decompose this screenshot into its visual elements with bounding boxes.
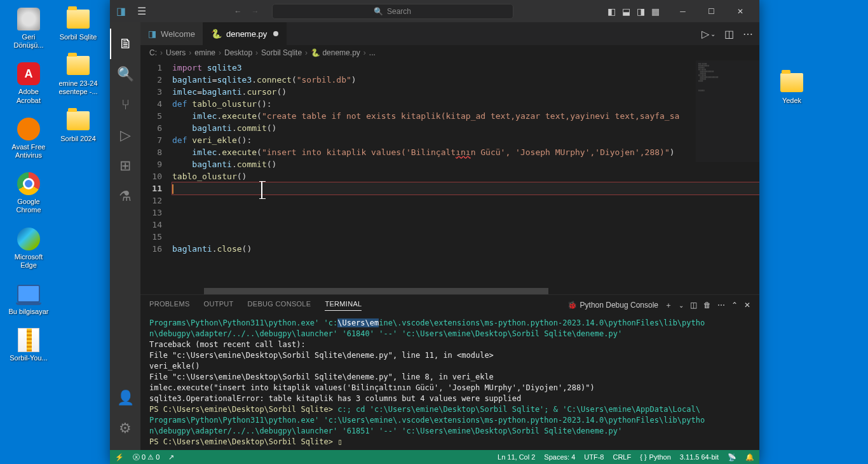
eol[interactable]: CRLF — [613, 453, 631, 461]
split-editor-icon[interactable]: ◫ — [724, 28, 734, 40]
breadcrumb-segment[interactable]: Desktop — [224, 48, 252, 57]
code-line-12[interactable] — [172, 194, 759, 207]
panel-tab-output[interactable]: OUTPUT — [204, 300, 234, 310]
nav-forward-icon[interactable]: → — [252, 7, 259, 16]
activity-scm-icon[interactable]: ⑂ — [110, 90, 140, 120]
minimap[interactable]: ████ ███████████████████████████████ ███… — [696, 60, 759, 162]
nav-back-icon[interactable]: ← — [234, 7, 242, 16]
layout-sidebar-right-icon[interactable]: ◨ — [637, 6, 645, 17]
feedback-icon[interactable]: 📡 — [728, 453, 736, 461]
panel-tab-problems[interactable]: PROBLEMS — [149, 300, 190, 310]
desktop-icon-bu-bilgisayar[interactable]: Bu bilgisayar — [6, 281, 51, 316]
new-terminal-icon[interactable]: ＋ — [665, 300, 672, 311]
code-line-11[interactable] — [172, 182, 759, 194]
chevron-right-icon: › — [219, 48, 221, 57]
code-line-16[interactable]: baglanti.close() — [172, 243, 759, 255]
desktop-icon-label: Microsoft Edge — [6, 253, 51, 270]
breadcrumb-segment[interactable]: ... — [369, 48, 376, 57]
desktop-icon-google-chrome[interactable]: Google Chrome — [6, 171, 51, 214]
terminal-dropdown-icon[interactable]: ⌄ — [679, 302, 684, 309]
split-terminal-icon[interactable]: ◫ — [690, 301, 697, 310]
avast-icon — [16, 116, 41, 142]
editor-tabs: ◨Welcome🐍deneme.py ▷ ⌄ ◫ ⋯ — [140, 22, 759, 45]
activity-bar: 🗎 🔍 ⑂ ▷ ⊞ ⚗ 👤 ⚙ — [110, 22, 140, 450]
maximize-button[interactable]: ☐ — [697, 0, 726, 22]
code-line-6[interactable]: baglanti.commit() — [172, 122, 759, 134]
code-line-4[interactable]: def tablo_olustur(): — [172, 98, 759, 110]
layout-customize-icon[interactable]: ▦ — [651, 6, 660, 17]
cursor-position[interactable]: Ln 11, Col 2 — [498, 453, 535, 461]
activity-debug-icon[interactable]: ▷ — [110, 120, 140, 151]
code-line-5[interactable]: imlec.execute("create table if not exist… — [172, 110, 759, 122]
more-terminal-icon[interactable]: ⋯ — [717, 301, 725, 310]
code-line-1[interactable]: import sqlite3 — [172, 62, 759, 74]
indentation[interactable]: Spaces: 4 — [544, 453, 575, 461]
tab-welcome[interactable]: ◨Welcome — [140, 22, 203, 45]
desktop-icon-label: Sorbil 2024 — [60, 135, 96, 143]
text-cursor-icon — [261, 181, 262, 199]
encoding[interactable]: UTF-8 — [584, 453, 604, 461]
desktop-icon-emine-23-24-esentepe-[interactable]: emine 23-24 esentepe -... — [56, 53, 100, 96]
breadcrumbs[interactable]: C:›Users›emine›Desktop›Sorbil Sqlite›🐍 d… — [140, 45, 759, 60]
desktop-icon-geri-d-n-[interactable]: Geri Dönüşü... — [6, 6, 51, 50]
adobe-icon: A — [16, 61, 41, 86]
desktop-icon-sorbil-2024[interactable]: Sorbil 2024 — [56, 108, 100, 143]
activity-testing-icon[interactable]: ⚗ — [110, 181, 140, 212]
breadcrumb-segment[interactable]: 🐍 deneme.py — [311, 48, 360, 57]
layout-sidebar-left-icon[interactable]: ◧ — [607, 6, 616, 17]
maximize-panel-icon[interactable]: ⌃ — [731, 301, 738, 310]
tab-label: Welcome — [161, 29, 195, 39]
breadcrumb-segment[interactable]: Sorbil Sqlite — [261, 48, 302, 57]
desktop-icon-label: Yedek — [782, 97, 801, 105]
more-actions-icon[interactable]: ⋯ — [743, 28, 753, 40]
desktop-icon-yedek[interactable]: Yedek — [770, 70, 814, 105]
editor[interactable]: 12345678910111213141516 import sqlite3ba… — [140, 60, 759, 294]
desktop-icon-adobe-acrobat[interactable]: AAdobe Acrobat — [6, 61, 51, 104]
breadcrumb-segment[interactable]: emine — [194, 48, 215, 57]
layout-panel-icon[interactable]: ⬓ — [622, 6, 630, 17]
warning-icon: ⚠ — [147, 453, 154, 461]
desktop-icon-microsoft-edge[interactable]: Microsoft Edge — [6, 226, 51, 270]
tab-label: deneme.py — [226, 29, 267, 39]
minimize-button[interactable]: ─ — [668, 0, 697, 22]
command-center-search[interactable]: 🔍 Search — [272, 4, 513, 19]
kill-terminal-icon[interactable]: 🗑 — [703, 301, 711, 310]
python-version[interactable]: 3.11.5 64-bit — [680, 453, 719, 461]
close-panel-icon[interactable]: ✕ — [744, 301, 750, 310]
close-button[interactable]: ✕ — [726, 0, 754, 22]
desktop-icon-avast-free-antivirus[interactable]: Avast Free Antivirus — [6, 116, 51, 160]
run-button[interactable]: ▷ ⌄ — [702, 28, 715, 40]
remote-indicator[interactable]: ⚡ — [115, 453, 124, 461]
terminal-output[interactable]: Programs\Python\Python311\python.exe' 'c… — [140, 315, 759, 450]
menu-button[interactable]: ☰ — [132, 5, 151, 17]
live-share-icon[interactable]: ↗ — [168, 453, 174, 461]
code-line-2[interactable]: baglanti=sqlite3.connect("sorbil.db") — [172, 74, 759, 86]
code-line-9[interactable]: baglanti.commit() — [172, 158, 759, 170]
code-line-15[interactable] — [172, 231, 759, 243]
chevron-right-icon: › — [189, 48, 191, 57]
activity-search-icon[interactable]: 🔍 — [110, 59, 140, 90]
panel-tab-debug-console[interactable]: DEBUG CONSOLE — [248, 300, 311, 310]
notifications-icon[interactable]: 🔔 — [745, 453, 754, 461]
code-line-8[interactable]: imlec.execute("insert into kitaplik valu… — [172, 146, 759, 158]
breadcrumb-segment[interactable]: Users — [166, 48, 186, 57]
chevron-right-icon: › — [255, 48, 258, 57]
activity-account-icon[interactable]: 👤 — [110, 383, 140, 413]
horizontal-scrollbar[interactable] — [204, 288, 696, 294]
desktop-icon-sorbil-sqlite[interactable]: Sorbil Sqlite — [56, 6, 100, 41]
panel-tab-terminal[interactable]: TERMINAL — [325, 300, 362, 311]
terminal-profile-dropdown[interactable]: 🐞Python Debug Console — [567, 301, 658, 310]
tab-deneme-py[interactable]: 🐍deneme.py — [203, 22, 287, 45]
code-content[interactable]: import sqlite3baglanti=sqlite3.connect("… — [172, 60, 759, 294]
code-line-13[interactable] — [172, 207, 759, 219]
activity-extensions-icon[interactable]: ⊞ — [110, 151, 140, 181]
activity-settings-icon[interactable]: ⚙ — [110, 413, 140, 444]
code-line-14[interactable] — [172, 219, 759, 231]
code-line-7[interactable]: def veri_ekle(): — [172, 134, 759, 146]
desktop-icon-sorbil-you-[interactable]: Sorbil-You... — [6, 327, 51, 362]
activity-explorer-icon[interactable]: 🗎 — [110, 29, 140, 59]
code-line-3[interactable]: imlec=baglanti.cursor() — [172, 86, 759, 98]
language-mode[interactable]: { }Python — [640, 453, 671, 461]
breadcrumb-segment[interactable]: C: — [149, 48, 157, 57]
problems-indicator[interactable]: ⓧ0 ⚠0 — [133, 453, 159, 462]
